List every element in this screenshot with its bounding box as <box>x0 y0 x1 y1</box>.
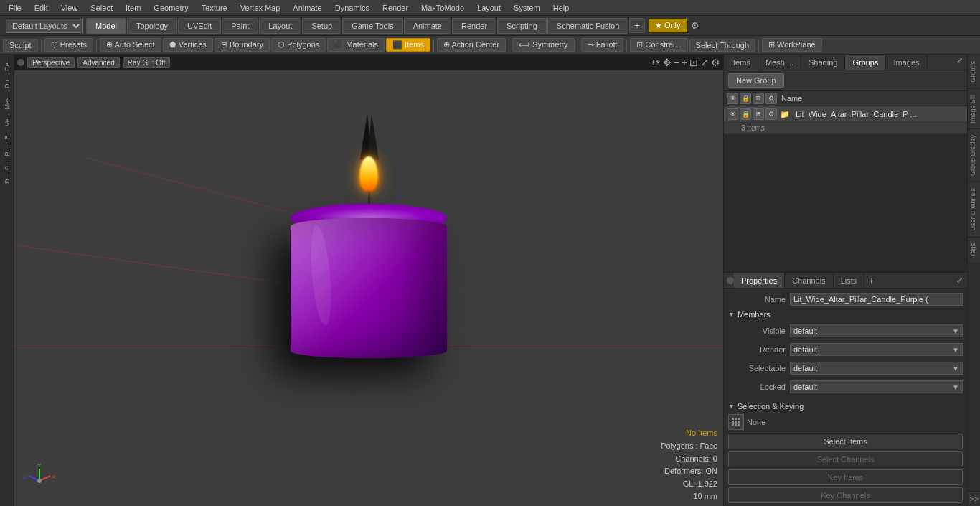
add-tab-button[interactable]: + <box>629 18 645 33</box>
hdr-eye-icon[interactable]: 👁 <box>727 93 738 104</box>
tab-channels[interactable]: Channels <box>785 273 833 288</box>
raygl-mode[interactable]: Ray GL: Off <box>123 57 171 68</box>
hdr-lock-icon[interactable]: 🔒 <box>740 93 751 104</box>
menu-vertex-map[interactable]: Vertex Map <box>235 2 286 14</box>
select-channels-button[interactable]: Select Channels <box>728 451 963 467</box>
menu-select[interactable]: Select <box>85 2 118 14</box>
tab-layout[interactable]: Layout <box>259 18 301 34</box>
menu-animate[interactable]: Animate <box>287 2 327 14</box>
vtab-scroll-down[interactable]: >> <box>968 491 980 506</box>
menu-file[interactable]: File <box>3 2 27 14</box>
menu-help[interactable]: Help <box>547 2 575 14</box>
menu-system[interactable]: System <box>508 2 546 14</box>
vtab-tags[interactable]: Tags <box>968 237 980 263</box>
vtab-image-sill[interactable]: Image Sill <box>968 88 980 129</box>
row-settings-icon[interactable]: ⚙ <box>765 108 777 120</box>
tab-scripting[interactable]: Scripting <box>497 18 547 34</box>
auto-select-button[interactable]: ⊕ Auto Select <box>100 38 161 52</box>
items-button[interactable]: ⬛ Items <box>386 38 430 52</box>
tab-model[interactable]: Model <box>86 18 126 34</box>
zoom-in-icon[interactable]: + <box>682 57 687 68</box>
menu-geometry[interactable]: Geometry <box>148 2 194 14</box>
boundary-button[interactable]: ⊟ Boundary <box>215 38 270 52</box>
expand-icon[interactable]: ⤢ <box>700 57 709 68</box>
zoom-out-icon[interactable]: − <box>674 57 679 68</box>
menu-layout[interactable]: Layout <box>471 2 507 14</box>
selectable-dropdown[interactable]: default ▼ <box>790 362 963 375</box>
settings-icon[interactable]: ⚙ <box>688 19 702 32</box>
new-group-button[interactable]: New Group <box>728 73 784 88</box>
sidebar-item-du[interactable]: Du... <box>4 73 11 90</box>
advanced-mode[interactable]: Advanced <box>77 57 119 68</box>
menu-view[interactable]: View <box>55 2 84 14</box>
perspective-mode[interactable]: Perspective <box>27 57 75 68</box>
members-section-header[interactable]: ▼ Members <box>728 309 963 320</box>
tab-topology[interactable]: Topology <box>127 18 177 34</box>
sidebar-item-po[interactable]: Po... <box>4 141 11 158</box>
vertices-button[interactable]: ⬟ Vertices <box>163 38 213 52</box>
sidebar-item-c[interactable]: C... <box>4 159 11 172</box>
viewport[interactable]: Perspective Advanced Ray GL: Off ⟳ ✥ − +… <box>14 55 723 506</box>
sidebar-item-me[interactable]: Mes... <box>4 90 11 111</box>
tab-schematic-fusion[interactable]: Schematic Fusion <box>547 18 628 34</box>
name-value[interactable]: Lit_Wide_Altar_Pillar_Candle_Purple ( <box>790 293 963 306</box>
pan-icon[interactable]: ✥ <box>663 57 672 68</box>
sidebar-item-d2[interactable]: D... <box>4 172 11 185</box>
vtab-groups[interactable]: Groups <box>968 55 980 88</box>
row-render-icon[interactable]: R <box>753 108 764 120</box>
tab-groups[interactable]: Groups <box>845 55 886 70</box>
polygons-button[interactable]: ⬡ Polygons <box>271 38 326 52</box>
fit-icon[interactable]: ⊡ <box>689 57 698 68</box>
config-icon[interactable]: ⚙ <box>711 57 720 68</box>
star-only-button[interactable]: ★ Only <box>649 19 687 32</box>
presets-button[interactable]: ⬡ Presets <box>44 38 93 52</box>
sculpt-button[interactable]: Sculpt <box>3 39 38 52</box>
tab-mesh[interactable]: Mesh ... <box>758 55 801 70</box>
menu-maxtomodo[interactable]: MaxToModo <box>415 2 470 14</box>
layout-selector[interactable]: Default Layouts <box>6 19 83 33</box>
props-expand-btn[interactable]: ⤢ <box>952 274 967 286</box>
falloff-button[interactable]: ⊸ Falloff <box>581 38 624 52</box>
key-items-button[interactable]: Key Items <box>728 469 963 485</box>
menu-dynamics[interactable]: Dynamics <box>329 2 375 14</box>
row-lock-icon[interactable]: 🔒 <box>740 108 751 120</box>
symmetry-button[interactable]: ⟺ Symmetry <box>512 38 575 52</box>
tab-items[interactable]: Items <box>724 55 758 70</box>
action-center-button[interactable]: ⊕ Action Center <box>437 38 506 52</box>
sidebar-item-de[interactable]: De... <box>4 56 11 72</box>
sidebar-item-ve[interactable]: Ve... <box>4 112 11 128</box>
group-row-item[interactable]: 👁 🔒 R ⚙ 📁 Lit_Wide_Altar_Pillar_Candle_P… <box>724 106 967 123</box>
rotate-icon[interactable]: ⟳ <box>652 57 661 68</box>
constraints-button[interactable]: ⊡ Constrai... <box>630 38 687 52</box>
select-items-button[interactable]: Select Items <box>728 434 963 449</box>
tab-paint[interactable]: Paint <box>222 18 258 34</box>
sel-keying-header[interactable]: ▼ Selection & Keying <box>728 402 963 411</box>
menu-texture[interactable]: Texture <box>196 2 233 14</box>
key-channels-button[interactable]: Key Channels <box>728 487 963 503</box>
locked-dropdown[interactable]: default ▼ <box>790 380 963 393</box>
vtab-user-channels[interactable]: User Channels <box>968 182 980 237</box>
tab-images[interactable]: Images <box>886 55 927 70</box>
render-dropdown[interactable]: default ▼ <box>790 343 963 356</box>
props-add-btn[interactable]: + <box>864 275 877 286</box>
right-panel-expand[interactable]: ⤢ <box>952 55 967 70</box>
materials-button[interactable]: ⬛ Materials <box>327 38 385 52</box>
tab-shading[interactable]: Shading <box>801 55 845 70</box>
menu-render[interactable]: Render <box>377 2 414 14</box>
tab-game-tools[interactable]: Game Tools <box>342 18 403 34</box>
menu-edit[interactable]: Edit <box>29 2 54 14</box>
tab-lists[interactable]: Lists <box>834 273 865 288</box>
menu-item[interactable]: Item <box>120 2 146 14</box>
row-eye-icon[interactable]: 👁 <box>727 108 738 120</box>
tab-uvedit[interactable]: UVEdit <box>178 18 221 34</box>
tab-properties[interactable]: Properties <box>734 273 785 288</box>
vtab-group-display[interactable]: Group Display <box>968 128 980 182</box>
workplane-button[interactable]: ⊞ WorkPlane <box>762 38 822 52</box>
select-through-button[interactable]: Select Through <box>689 39 755 52</box>
props-dot[interactable] <box>727 277 734 284</box>
sidebar-item-e[interactable]: E... <box>4 128 11 141</box>
tab-setup[interactable]: Setup <box>302 18 341 34</box>
hdr-settings-icon[interactable]: ⚙ <box>765 93 777 104</box>
hdr-render-icon[interactable]: R <box>753 93 764 104</box>
viewport-dot[interactable] <box>17 59 24 66</box>
